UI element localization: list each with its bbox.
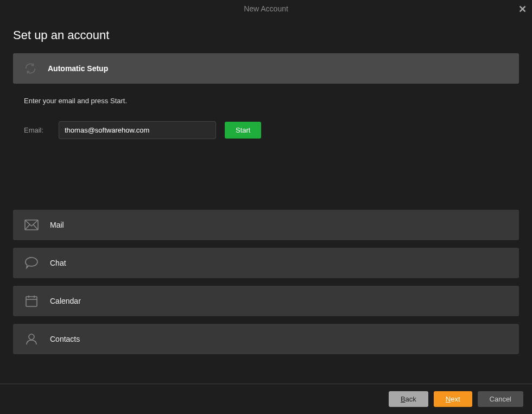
calendar-icon — [24, 293, 39, 309]
email-field[interactable] — [59, 121, 216, 139]
svg-rect-1 — [26, 297, 37, 306]
option-contacts[interactable]: Contacts — [13, 324, 519, 354]
page-title: Set up an account — [13, 28, 519, 42]
option-label: Chat — [50, 259, 66, 267]
refresh-icon — [24, 62, 37, 75]
option-label: Mail — [50, 221, 64, 229]
svg-point-11 — [29, 334, 34, 340]
footer: Back Next Cancel — [0, 384, 532, 414]
option-chat[interactable]: Chat — [13, 248, 519, 278]
mail-icon — [24, 217, 39, 233]
option-mail[interactable]: Mail — [13, 210, 519, 240]
email-label: Email: — [24, 126, 50, 134]
back-button[interactable]: Back — [389, 391, 428, 407]
option-calendar[interactable]: Calendar — [13, 286, 519, 316]
close-icon[interactable]: ✕ — [518, 3, 527, 15]
cancel-button[interactable]: Cancel — [478, 391, 523, 407]
next-button[interactable]: Next — [434, 391, 472, 407]
instruction-text: Enter your email and press Start. — [24, 97, 519, 105]
window-title: New Account — [244, 4, 288, 13]
contacts-icon — [24, 331, 39, 347]
email-row: Email: Start — [24, 121, 519, 139]
option-label: Calendar — [50, 297, 81, 305]
option-label: Contacts — [50, 335, 80, 343]
automatic-setup-banner[interactable]: Automatic Setup — [13, 53, 519, 84]
start-button[interactable]: Start — [225, 122, 261, 139]
titlebar: New Account ✕ — [0, 0, 532, 17]
chat-icon — [24, 255, 39, 271]
automatic-setup-label: Automatic Setup — [48, 64, 108, 73]
